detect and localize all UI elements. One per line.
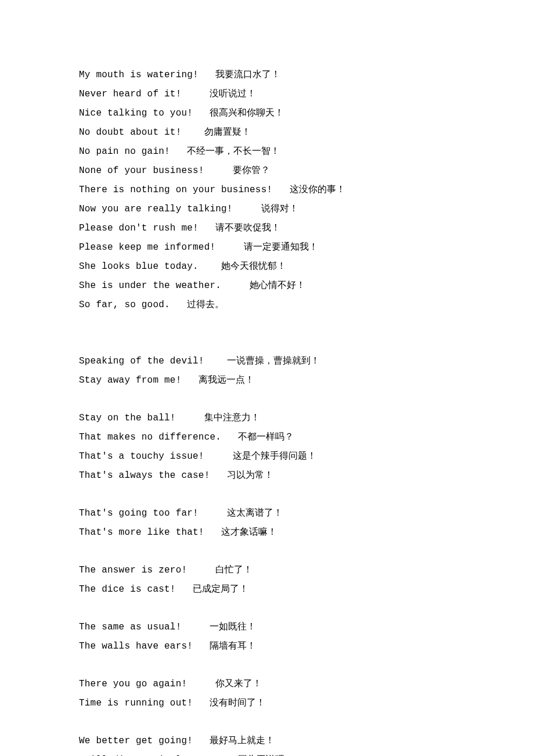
english-text: Please don't rush me! <box>79 223 215 233</box>
english-text: That's more like that! <box>79 527 221 538</box>
chinese-text: 已成定局了！ <box>193 584 248 593</box>
english-text: That's going too far! <box>79 508 227 519</box>
chinese-text: 这太离谱了！ <box>227 507 283 517</box>
phrase-line: No doubt about it! 勿庸置疑！ <box>79 123 456 142</box>
phrase-line: That's always the case! 习以为常！ <box>79 466 456 485</box>
chinese-text: 她今天很忧郁！ <box>221 261 286 271</box>
chinese-text: 习以为常！ <box>227 470 273 480</box>
chinese-text: 不经一事，不长一智！ <box>187 146 280 156</box>
chinese-text: 不都一样吗？ <box>238 431 294 441</box>
english-text: Speaking of the devil! <box>79 356 227 366</box>
phrase-line: We better get going! 最好马上就走！ <box>79 731 456 750</box>
phrase-line: Stay on the ball! 集中注意力！ <box>79 408 456 427</box>
english-text: We better get going! <box>79 736 210 746</box>
english-text: There is nothing on your business! <box>79 185 290 195</box>
phrase-line: She looks blue today. 她今天很忧郁！ <box>79 257 456 276</box>
english-text: The walls have ears! <box>79 641 210 651</box>
blank-line <box>79 542 456 560</box>
chinese-text: 说得对！ <box>261 203 298 213</box>
phrase-line: She is under the weather. 她心情不好！ <box>79 276 456 295</box>
chinese-text: 一说曹操，曹操就到！ <box>227 355 320 365</box>
phrase-line: There you go again! 你又来了！ <box>79 674 456 693</box>
english-text: Time is running out! <box>79 698 210 708</box>
chinese-text: 我要流口水了！ <box>215 69 280 79</box>
english-text: That makes no difference. <box>79 432 238 442</box>
chinese-text: 这是个辣手得问题！ <box>233 451 316 460</box>
phrase-line: That's more like that! 这才象话嘛！ <box>79 523 456 542</box>
english-text: None of your business! <box>79 165 233 176</box>
phrase-line: There is nothing on your business! 这没你的事… <box>79 180 456 199</box>
phrase-line: The dice is cast! 已成定局了！ <box>79 579 456 599</box>
phrase-line: No pain no gain! 不经一事，不长一智！ <box>79 142 456 161</box>
phrase-line: My mouth is watering! 我要流口水了！ <box>79 65 456 84</box>
english-text: The answer is zero! <box>79 565 215 575</box>
blank-line <box>79 712 456 731</box>
chinese-text: 请不要吹促我！ <box>215 222 280 232</box>
chinese-text: 最好马上就走！ <box>210 735 275 745</box>
english-text: Never heard of it! <box>79 89 210 99</box>
blank-line <box>79 333 456 351</box>
phrase-line: That makes no difference. 不都一样吗？ <box>79 427 456 447</box>
chinese-text: 集中注意力！ <box>204 412 260 422</box>
chinese-text: 这没你的事！ <box>290 184 345 194</box>
phrase-line: Never heard of it! 没听说过！ <box>79 84 456 103</box>
chinese-text: 隔墙有耳！ <box>210 640 256 650</box>
english-text: No pain no gain! <box>79 146 187 157</box>
english-text: She looks blue today. <box>79 261 221 272</box>
english-text: The dice is cast! <box>79 584 193 595</box>
phrase-line: Nice talking to you! 很高兴和你聊天！ <box>79 103 456 123</box>
english-text: That's a touchy issue! <box>79 451 233 462</box>
phrase-line: The answer is zero! 白忙了！ <box>79 560 456 579</box>
english-text: Stay on the ball! <box>79 413 204 423</box>
chinese-text: 很高兴和你聊天！ <box>210 107 284 117</box>
phrase-line: Now you are really talking! 说得对！ <box>79 199 456 218</box>
blank-line <box>79 656 456 674</box>
chinese-text: 没有时间了！ <box>210 697 265 707</box>
phrase-line: That's going too far! 这太离谱了！ <box>79 503 456 523</box>
english-text: Nice talking to you! <box>79 108 210 118</box>
english-text: There you go again! <box>79 679 215 689</box>
english-text: Stay away from me! <box>79 375 199 386</box>
phrase-line: None of your business! 要你管？ <box>79 161 456 180</box>
english-text: The same as usual! <box>79 622 210 632</box>
chinese-text: 离我远一点！ <box>199 375 254 384</box>
phrase-line: Please keep me informed! 请一定要通知我！ <box>79 237 456 257</box>
phrase-line: So far, so good. 过得去。 <box>79 295 456 314</box>
english-text: Please keep me informed! <box>79 242 244 253</box>
phrase-line: Stay away from me! 离我远一点！ <box>79 370 456 390</box>
phrase-line: We'll discuss it later! 回头再说吧！ <box>79 750 456 756</box>
blank-line <box>79 485 456 503</box>
blank-line <box>79 599 456 617</box>
english-text: She is under the weather. <box>79 280 250 291</box>
phrase-line: The walls have ears! 隔墙有耳！ <box>79 636 456 656</box>
chinese-text: 她心情不好！ <box>250 280 305 290</box>
blank-line <box>79 390 456 408</box>
phrase-line: That's a touchy issue! 这是个辣手得问题！ <box>79 447 456 466</box>
english-text: My mouth is watering! <box>79 70 215 80</box>
english-text: Now you are really talking! <box>79 204 261 214</box>
english-text: So far, so good. <box>79 300 187 310</box>
english-text: That's always the case! <box>79 470 227 481</box>
chinese-text: 勿庸置疑！ <box>204 127 251 136</box>
chinese-text: 这才象话嘛！ <box>221 527 277 537</box>
chinese-text: 请一定要通知我！ <box>244 242 318 251</box>
document-body: My mouth is watering! 我要流口水了！Never heard… <box>0 0 456 756</box>
phrase-line: Speaking of the devil! 一说曹操，曹操就到！ <box>79 351 456 370</box>
english-text: No doubt about it! <box>79 127 204 138</box>
blank-line <box>79 314 456 333</box>
chinese-text: 过得去。 <box>187 299 224 309</box>
chinese-text: 一如既往！ <box>210 621 256 631</box>
phrase-line: The same as usual! 一如既往！ <box>79 617 456 636</box>
phrase-line: Please don't rush me! 请不要吹促我！ <box>79 218 456 237</box>
chinese-text: 没听说过！ <box>210 88 256 98</box>
chinese-text: 要你管？ <box>233 165 270 175</box>
chinese-text: 你又来了！ <box>215 678 262 688</box>
chinese-text: 白忙了！ <box>215 564 252 574</box>
phrase-line: Time is running out! 没有时间了！ <box>79 693 456 712</box>
